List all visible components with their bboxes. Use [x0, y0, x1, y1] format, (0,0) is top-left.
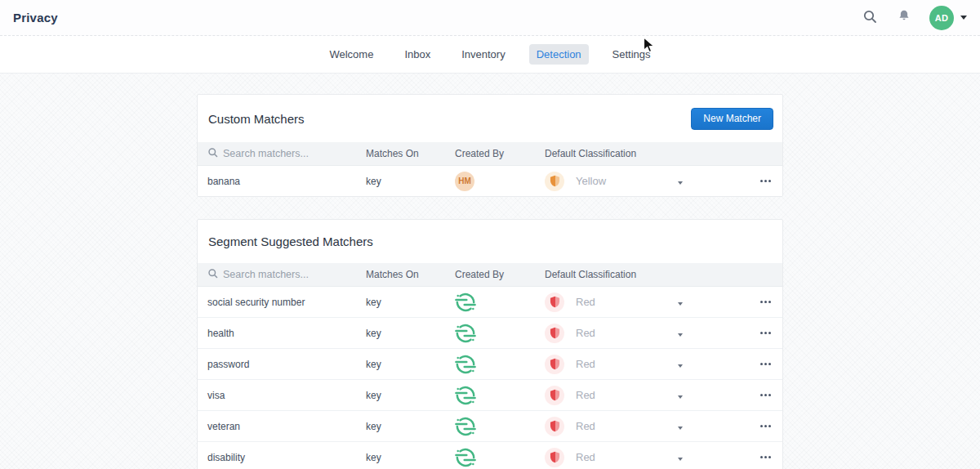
- segment-logo-icon: [455, 447, 476, 468]
- classification-cell: Red: [545, 355, 678, 374]
- tab-detection[interactable]: Detection: [529, 44, 589, 65]
- custom-matchers-header: Custom Matchers New Matcher: [198, 95, 782, 142]
- search-icon: [207, 268, 218, 281]
- segment-logo-icon: [455, 354, 476, 375]
- page-content: Custom Matchers New Matcher Matches On C…: [0, 74, 980, 469]
- main-nav: Welcome Inbox Inventory Detection Settin…: [0, 36, 980, 74]
- section-title: Segment Suggested Matchers: [208, 234, 373, 248]
- new-matcher-button[interactable]: New Matcher: [691, 108, 773, 130]
- classification-label: Red: [576, 451, 595, 463]
- classification-dropdown-chevron-icon[interactable]: [678, 364, 683, 368]
- classification-label: Red: [576, 358, 595, 370]
- created-by-cell: HM: [455, 172, 545, 191]
- section-title: Custom Matchers: [208, 112, 305, 126]
- shield-icon: [545, 293, 564, 312]
- table-row: banana key HM Yellow: [198, 165, 782, 196]
- table-header: Matches On Created By Default Classifica…: [198, 263, 782, 286]
- table-row: password key Red: [198, 348, 782, 379]
- shield-icon: [545, 417, 564, 436]
- classification-label: Red: [576, 389, 595, 401]
- search-matchers-input[interactable]: [223, 269, 345, 280]
- table-row: social security number key Red: [198, 286, 782, 317]
- classification-cell: Red: [545, 417, 678, 436]
- table-row: disability key Red: [198, 441, 782, 469]
- classification-dropdown-chevron-icon[interactable]: [678, 333, 683, 337]
- more-options-button[interactable]: [759, 176, 773, 185]
- created-by-cell: [455, 416, 545, 437]
- matcher-name: disability: [207, 452, 366, 463]
- more-options-button[interactable]: [759, 422, 773, 431]
- top-bar: Privacy AD: [0, 0, 980, 36]
- col-created-by: Created By: [455, 148, 545, 159]
- topbar-actions: AD: [861, 6, 967, 30]
- created-by-cell: [455, 354, 545, 375]
- segment-logo-icon: [455, 323, 476, 344]
- classification-dropdown-chevron-icon[interactable]: [678, 427, 683, 430]
- segment-matchers-header: Segment Suggested Matchers: [198, 220, 782, 263]
- matches-on-value: key: [366, 390, 455, 401]
- segment-logo-icon: [455, 385, 476, 406]
- classification-cell: Red: [545, 386, 678, 405]
- classification-cell: Red: [545, 448, 678, 467]
- created-by-cell: [455, 385, 545, 406]
- classification-dropdown-chevron-icon[interactable]: [678, 181, 683, 185]
- shield-icon: [545, 386, 564, 405]
- avatar[interactable]: AD: [929, 6, 954, 30]
- classification-dropdown-chevron-icon[interactable]: [678, 458, 683, 461]
- search-matchers-input[interactable]: [223, 148, 345, 159]
- search-cell: [207, 147, 366, 160]
- classification-label: Red: [576, 296, 595, 308]
- matches-on-value: key: [366, 297, 455, 308]
- more-options-button[interactable]: [759, 360, 773, 368]
- table-header: Matches On Created By Default Classifica…: [198, 142, 782, 165]
- classification-label: Red: [576, 327, 595, 339]
- matches-on-value: key: [366, 452, 455, 463]
- matches-on-value: key: [366, 359, 455, 370]
- app-window: Privacy AD: [0, 0, 980, 469]
- chevron-down-icon[interactable]: [960, 16, 967, 20]
- classification-dropdown-chevron-icon[interactable]: [678, 302, 683, 306]
- matcher-name: health: [207, 328, 366, 339]
- notifications-button[interactable]: [895, 7, 913, 28]
- segment-logo-icon: [455, 292, 476, 313]
- segment-matchers-card: Segment Suggested Matchers Matches On Cr…: [197, 219, 783, 469]
- classification-cell: Red: [545, 324, 678, 343]
- tab-welcome[interactable]: Welcome: [322, 44, 381, 65]
- col-created-by: Created By: [455, 269, 545, 280]
- shield-icon: [545, 172, 564, 191]
- search-button[interactable]: [861, 7, 879, 28]
- matcher-name: banana: [207, 176, 366, 187]
- col-matches-on: Matches On: [366, 148, 455, 159]
- classification-cell: Yellow: [545, 172, 678, 191]
- creator-avatar: HM: [455, 172, 474, 191]
- more-options-button[interactable]: [759, 453, 773, 462]
- tab-inbox[interactable]: Inbox: [397, 44, 438, 65]
- tab-settings[interactable]: Settings: [605, 44, 658, 65]
- more-options-button[interactable]: [759, 391, 773, 400]
- shield-icon: [545, 448, 564, 467]
- shield-icon: [545, 324, 564, 343]
- table-row: health key Red: [198, 317, 782, 348]
- matches-on-value: key: [366, 421, 455, 432]
- search-icon: [207, 147, 218, 160]
- created-by-cell: [455, 323, 545, 344]
- search-cell: [207, 268, 366, 281]
- segment-logo-icon: [455, 416, 476, 437]
- user-menu[interactable]: AD: [929, 6, 967, 30]
- custom-matchers-card: Custom Matchers New Matcher Matches On C…: [197, 94, 783, 197]
- table-row: veteran key Red: [198, 410, 782, 441]
- matcher-name: social security number: [207, 297, 366, 308]
- classification-cell: Red: [545, 293, 678, 312]
- matcher-name: veteran: [207, 421, 366, 432]
- col-default-classification: Default Classification: [545, 148, 678, 159]
- table-row: visa key Red: [198, 379, 782, 410]
- shield-icon: [545, 355, 564, 374]
- matches-on-value: key: [366, 176, 455, 187]
- classification-dropdown-chevron-icon[interactable]: [678, 395, 683, 399]
- more-options-button[interactable]: [759, 328, 773, 337]
- more-options-button[interactable]: [759, 297, 773, 306]
- created-by-cell: [455, 447, 545, 468]
- app-title: Privacy: [13, 11, 58, 25]
- tab-inventory[interactable]: Inventory: [454, 44, 512, 65]
- col-matches-on: Matches On: [366, 269, 455, 280]
